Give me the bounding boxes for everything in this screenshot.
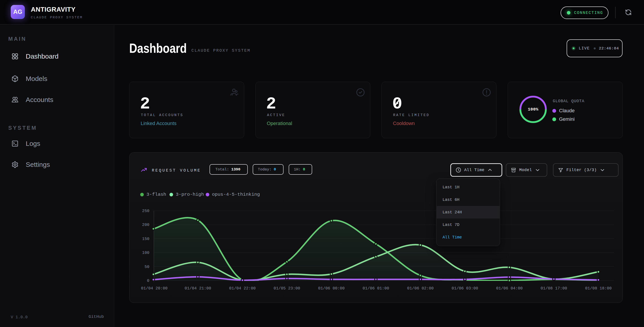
- svg-text:01/05 23:00: 01/05 23:00: [274, 286, 300, 290]
- svg-text:100: 100: [142, 250, 149, 255]
- svg-text:01/04 22:00: 01/04 22:00: [229, 286, 256, 290]
- svg-text:01/08 17:00: 01/08 17:00: [541, 286, 567, 290]
- svg-text:01/06 03:00: 01/06 03:00: [452, 286, 478, 290]
- svg-text:01/04 20:00: 01/04 20:00: [141, 286, 168, 290]
- svg-text:01/08 18:00: 01/08 18:00: [585, 286, 612, 290]
- svg-text:50: 50: [144, 264, 149, 269]
- svg-text:250: 250: [142, 209, 149, 213]
- svg-text:01/06 04:00: 01/06 04:00: [496, 286, 523, 290]
- svg-text:150: 150: [142, 237, 149, 241]
- svg-text:01/06 02:00: 01/06 02:00: [407, 286, 434, 290]
- svg-text:0: 0: [147, 278, 149, 283]
- svg-text:01/04 21:00: 01/04 21:00: [185, 286, 211, 290]
- svg-text:01/06 00:00: 01/06 00:00: [318, 286, 345, 290]
- svg-text:01/06 01:00: 01/06 01:00: [363, 286, 389, 290]
- svg-text:200: 200: [142, 222, 149, 227]
